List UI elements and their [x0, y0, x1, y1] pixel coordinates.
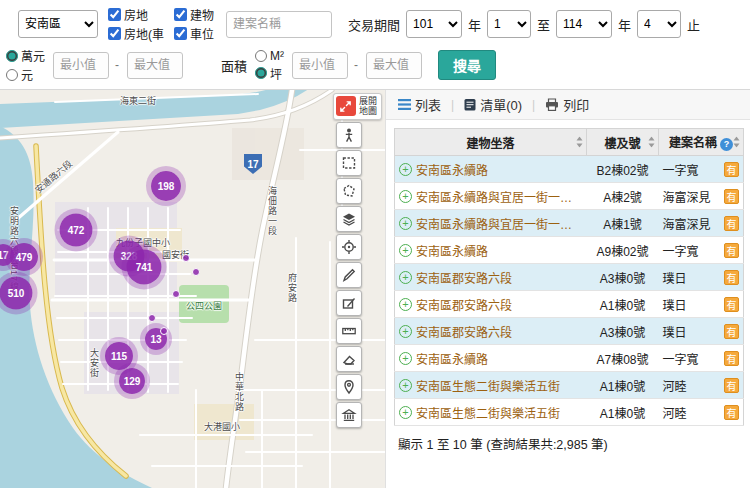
result-row[interactable]: +安南區永續路A7棟08號一字寬有 — [395, 345, 744, 372]
expand-row-button[interactable]: + — [399, 271, 412, 284]
col-header-location[interactable]: 建物坐落 — [395, 129, 587, 156]
project-name-input[interactable] — [226, 11, 332, 38]
area-max-input[interactable] — [366, 52, 422, 79]
listing-marker[interactable] — [192, 268, 200, 276]
property-type-option[interactable]: 房地 — [108, 6, 164, 23]
landmark-button[interactable] — [336, 402, 362, 428]
landmark-icon — [341, 407, 357, 423]
project-badge[interactable]: 有 — [724, 297, 739, 312]
project-badge[interactable]: 有 — [724, 351, 739, 366]
expand-map-button[interactable]: 展開地圖 — [333, 93, 382, 120]
sort-icon[interactable] — [648, 137, 655, 148]
project-name: 海富深見 — [663, 188, 711, 205]
property-type-checkbox[interactable] — [108, 8, 121, 21]
expand-row-button[interactable]: + — [399, 244, 412, 257]
property-type-option[interactable]: 車位 — [174, 25, 214, 42]
property-type-option[interactable]: 房地(車 — [108, 25, 164, 42]
area-unit-radio[interactable] — [255, 67, 267, 79]
project-badge[interactable]: 有 — [724, 378, 739, 393]
expand-row-button[interactable]: + — [399, 325, 412, 338]
start-year-select[interactable]: 101 — [406, 10, 462, 38]
expand-row-button[interactable]: + — [399, 406, 412, 419]
project-badge[interactable]: 有 — [724, 216, 739, 231]
col-header-floor[interactable]: 樓及號 — [587, 129, 659, 156]
listing-marker[interactable] — [148, 314, 156, 322]
area-unit-option[interactable]: M² — [255, 49, 284, 63]
result-row[interactable]: +安南區生態二街與樂活五街A1棟0號河睦有 — [395, 399, 744, 426]
locate-button[interactable] — [336, 234, 362, 260]
expand-row-button[interactable]: + — [399, 190, 412, 203]
tab-checklist[interactable]: 清單(0) — [464, 95, 522, 114]
price-min-input[interactable] — [53, 52, 109, 79]
search-button[interactable]: 搜尋 — [438, 50, 496, 80]
measure-button[interactable] — [336, 318, 362, 344]
edit-shape-button[interactable] — [336, 290, 362, 316]
project-badge[interactable]: 有 — [724, 324, 739, 339]
tab-print[interactable]: 列印 — [545, 95, 589, 114]
project-badge[interactable]: 有 — [724, 189, 739, 204]
cluster-marker[interactable]: 129 — [119, 368, 145, 394]
expand-row-button[interactable]: + — [399, 298, 412, 311]
cluster-marker[interactable]: 479 — [10, 243, 38, 271]
result-row[interactable]: +安南區永續路與宜居一街一街口A棟2號海富深見有 — [395, 183, 744, 210]
price-unit-radio[interactable] — [6, 69, 18, 81]
area-unit-option[interactable]: 坪 — [255, 65, 284, 82]
checklist-icon — [464, 98, 476, 111]
help-icon[interactable]: ? — [720, 138, 733, 151]
eraser-button[interactable] — [336, 346, 362, 372]
sort-icon[interactable] — [733, 137, 740, 148]
end-month-select[interactable]: 4 — [637, 10, 681, 38]
draw-button[interactable] — [336, 262, 362, 288]
result-row[interactable]: +安南區郡安路六段A3棟0號璞日有 — [395, 264, 744, 291]
layers-button[interactable] — [336, 206, 362, 232]
cluster-marker[interactable]: 115 — [105, 342, 133, 370]
streetview-button[interactable] — [336, 122, 362, 148]
tab-list[interactable]: 列表 — [398, 95, 441, 114]
expand-row-button[interactable]: + — [399, 163, 412, 176]
project-badge[interactable]: 有 — [724, 270, 739, 285]
property-type-checkbox[interactable] — [174, 8, 187, 21]
result-row[interactable]: +安南區永續路B2棟02號一字寬有 — [395, 156, 744, 183]
col-header-project[interactable]: 建案名稱? — [659, 129, 744, 156]
listing-marker[interactable] — [172, 290, 180, 298]
project-badge[interactable]: 有 — [724, 162, 739, 177]
result-row[interactable]: +安南區永續路與宜居一街一街口A棟1號海富深見有 — [395, 210, 744, 237]
cluster-marker[interactable]: 510 — [0, 277, 33, 310]
project-badge[interactable]: 有 — [724, 243, 739, 258]
property-type-checkbox[interactable] — [174, 27, 187, 40]
price-range-dash: - — [115, 58, 119, 72]
query-pin-button[interactable] — [336, 374, 362, 400]
expand-row-button[interactable]: + — [399, 379, 412, 392]
expand-row-button[interactable]: + — [399, 217, 412, 230]
price-unit-option[interactable]: 元 — [6, 66, 45, 83]
expand-row-button[interactable]: + — [399, 352, 412, 365]
map-canvas[interactable] — [0, 90, 385, 488]
district-select[interactable]: 安南區 — [18, 10, 98, 38]
project-name: 璞日 — [663, 323, 687, 340]
listing-marker[interactable] — [182, 254, 190, 262]
area-unit-radio[interactable] — [255, 50, 267, 62]
result-row[interactable]: +安南區郡安路六段A1棟0號璞日有 — [395, 291, 744, 318]
listing-marker[interactable] — [160, 327, 168, 335]
cluster-marker[interactable]: 198 — [151, 171, 181, 201]
map[interactable]: 17 海東二街安通路六段海佃路一段九份子國中小國安街公四公園府安路大港國小大安街… — [0, 90, 385, 488]
price-unit-radio[interactable] — [6, 50, 18, 62]
project-badge[interactable]: 有 — [724, 405, 739, 420]
result-row[interactable]: +安南區永續路A9棟02號一字寬有 — [395, 237, 744, 264]
polygon-select-button[interactable] — [336, 178, 362, 204]
sort-icon[interactable] — [576, 137, 583, 148]
rect-select-button[interactable] — [336, 150, 362, 176]
result-row[interactable]: +安南區生態二街與樂活五街A1棟0號河睦有 — [395, 372, 744, 399]
result-row[interactable]: +安南區郡安路六段A3棟0號璞日有 — [395, 318, 744, 345]
project-name: 河睦 — [663, 377, 687, 394]
area-min-input[interactable] — [292, 52, 348, 79]
price-unit-label: 元 — [21, 66, 33, 83]
price-unit-option[interactable]: 萬元 — [6, 47, 45, 64]
price-max-input[interactable] — [127, 52, 183, 79]
cluster-marker[interactable]: 472 — [60, 214, 93, 247]
start-month-select[interactable]: 1 — [487, 10, 531, 38]
property-type-checkbox[interactable] — [108, 27, 121, 40]
cluster-marker[interactable]: 741 — [127, 250, 162, 285]
property-type-option[interactable]: 建物 — [174, 6, 214, 23]
end-year-select[interactable]: 114 — [556, 10, 612, 38]
